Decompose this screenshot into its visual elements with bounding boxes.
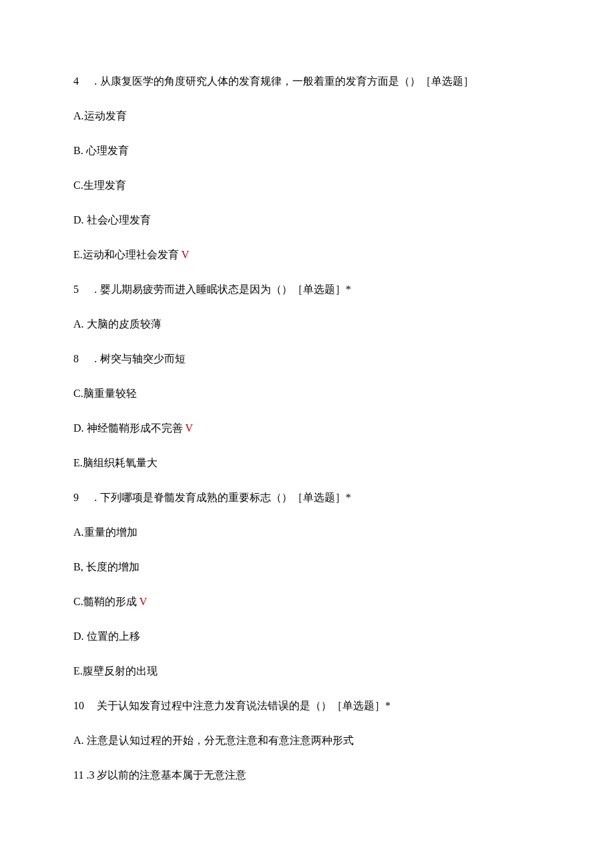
correct-mark: V: [186, 422, 194, 434]
option-c: C.髓鞘的形成 V: [73, 594, 541, 610]
option-e: E.脑组织耗氧量大: [73, 455, 541, 471]
question-text: 3 岁以前的注意基本属于无意注意: [89, 769, 246, 781]
option-a: A. 大脑的皮质较薄: [73, 316, 541, 332]
option-c-text: C.髓鞘的形成: [73, 596, 137, 607]
question-text: 婴儿期易疲劳而进入睡眠状态是因为（）［单选题］*: [100, 284, 351, 295]
question-8-stem: 8 .树突与轴突少而短: [73, 351, 541, 367]
dot: .: [91, 284, 97, 295]
question-number: 11 .: [73, 767, 89, 783]
dot: .: [91, 353, 97, 364]
question-9-stem: 9 .下列哪项是脊髓发育成熟的重要标志（）［单选题］*: [73, 490, 541, 506]
option-d: D. 位置的上移: [73, 628, 541, 644]
question-11-stem: 11 .3 岁以前的注意基本属于无意注意: [73, 767, 541, 783]
dot: .: [91, 75, 97, 87]
option-a: A. 注意是认知过程的开始，分无意注意和有意注意两种形式: [73, 733, 541, 749]
question-text: 从康复医学的角度研究人体的发育规律，一般着重的发育方面是（）［单选题］: [100, 75, 474, 87]
option-e: E.腹壁反射的出现: [73, 663, 541, 679]
question-number: 8: [73, 351, 79, 367]
question-number: 9: [73, 490, 79, 506]
question-text: 关于认知发育过程中注意力发育说法错误的是（）［单选题］*: [97, 700, 390, 711]
question-number: 10: [73, 698, 84, 714]
option-a: A.运动发育: [73, 108, 541, 124]
option-a: A.重量的增加: [73, 524, 541, 540]
question-10-stem: 10关于认知发育过程中注意力发育说法错误的是（）［单选题］*: [73, 698, 541, 714]
option-e: E.运动和心理社会发育 V: [73, 247, 541, 263]
question-number: 5: [73, 282, 79, 298]
correct-mark: V: [139, 596, 147, 607]
option-b: B. 心理发育: [73, 143, 541, 159]
option-b: B, 长度的增加: [73, 559, 541, 575]
dot: .: [91, 492, 97, 503]
option-e-text: E.运动和心理社会发育: [73, 249, 179, 260]
option-c: C.生理发育: [73, 177, 541, 193]
correct-mark: V: [182, 249, 190, 260]
question-4-stem: 4 .从康复医学的角度研究人体的发育规律，一般着重的发育方面是（）［单选题］: [73, 73, 541, 89]
question-number: 4: [73, 73, 79, 89]
question-text: 树突与轴突少而短: [100, 353, 186, 364]
option-d: D. 神经髓鞘形成不完善 V: [73, 420, 541, 436]
option-d: D. 社会心理发育: [73, 212, 541, 228]
option-d-text: D. 神经髓鞘形成不完善: [73, 422, 183, 434]
question-5-stem: 5 .婴儿期易疲劳而进入睡眠状态是因为（）［单选题］*: [73, 282, 541, 298]
option-c: C.脑重量较轻: [73, 386, 541, 402]
question-text: 下列哪项是脊髓发育成熟的重要标志（）［单选题］*: [100, 492, 351, 503]
